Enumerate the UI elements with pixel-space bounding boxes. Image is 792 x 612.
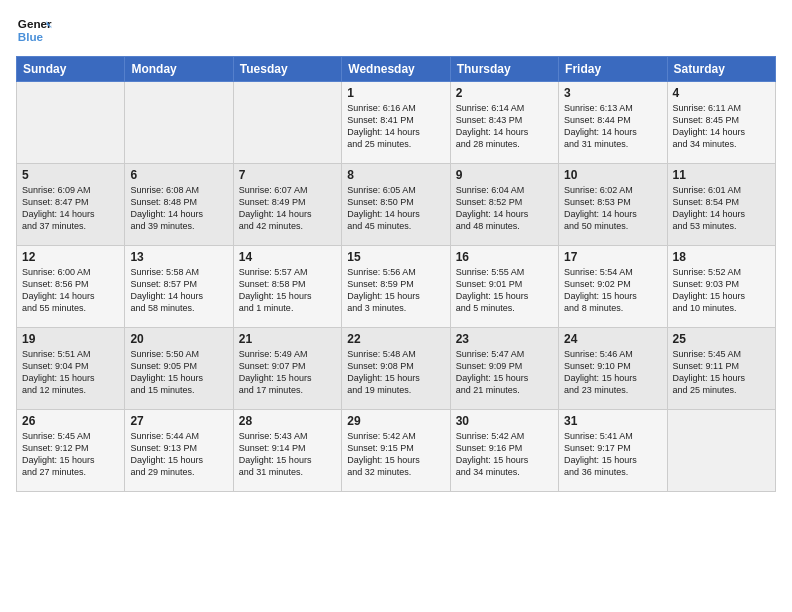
calendar-cell: 2Sunrise: 6:14 AM Sunset: 8:43 PM Daylig… (450, 82, 558, 164)
day-info: Sunrise: 5:49 AM Sunset: 9:07 PM Dayligh… (239, 348, 336, 397)
calendar-cell: 22Sunrise: 5:48 AM Sunset: 9:08 PM Dayli… (342, 328, 450, 410)
calendar-cell: 4Sunrise: 6:11 AM Sunset: 8:45 PM Daylig… (667, 82, 775, 164)
calendar-cell: 1Sunrise: 6:16 AM Sunset: 8:41 PM Daylig… (342, 82, 450, 164)
logo-icon: General Blue (16, 12, 52, 48)
day-info: Sunrise: 6:14 AM Sunset: 8:43 PM Dayligh… (456, 102, 553, 151)
day-number: 31 (564, 414, 661, 428)
day-number: 9 (456, 168, 553, 182)
day-number: 17 (564, 250, 661, 264)
logo: General Blue (16, 12, 52, 48)
day-number: 29 (347, 414, 444, 428)
week-row-3: 12Sunrise: 6:00 AM Sunset: 8:56 PM Dayli… (17, 246, 776, 328)
day-info: Sunrise: 5:56 AM Sunset: 8:59 PM Dayligh… (347, 266, 444, 315)
weekday-header-sunday: Sunday (17, 57, 125, 82)
calendar-cell: 6Sunrise: 6:08 AM Sunset: 8:48 PM Daylig… (125, 164, 233, 246)
calendar-cell: 12Sunrise: 6:00 AM Sunset: 8:56 PM Dayli… (17, 246, 125, 328)
day-info: Sunrise: 6:09 AM Sunset: 8:47 PM Dayligh… (22, 184, 119, 233)
day-number: 21 (239, 332, 336, 346)
day-info: Sunrise: 5:47 AM Sunset: 9:09 PM Dayligh… (456, 348, 553, 397)
day-info: Sunrise: 5:55 AM Sunset: 9:01 PM Dayligh… (456, 266, 553, 315)
day-number: 1 (347, 86, 444, 100)
day-number: 18 (673, 250, 770, 264)
calendar-cell: 17Sunrise: 5:54 AM Sunset: 9:02 PM Dayli… (559, 246, 667, 328)
calendar-cell: 19Sunrise: 5:51 AM Sunset: 9:04 PM Dayli… (17, 328, 125, 410)
day-info: Sunrise: 5:52 AM Sunset: 9:03 PM Dayligh… (673, 266, 770, 315)
calendar-cell: 31Sunrise: 5:41 AM Sunset: 9:17 PM Dayli… (559, 410, 667, 492)
day-number: 22 (347, 332, 444, 346)
day-info: Sunrise: 5:45 AM Sunset: 9:12 PM Dayligh… (22, 430, 119, 479)
calendar-table: SundayMondayTuesdayWednesdayThursdayFrid… (16, 56, 776, 492)
day-number: 15 (347, 250, 444, 264)
calendar-cell (667, 410, 775, 492)
day-number: 14 (239, 250, 336, 264)
day-number: 8 (347, 168, 444, 182)
calendar-cell: 23Sunrise: 5:47 AM Sunset: 9:09 PM Dayli… (450, 328, 558, 410)
day-info: Sunrise: 5:51 AM Sunset: 9:04 PM Dayligh… (22, 348, 119, 397)
calendar-cell: 29Sunrise: 5:42 AM Sunset: 9:15 PM Dayli… (342, 410, 450, 492)
calendar-cell: 16Sunrise: 5:55 AM Sunset: 9:01 PM Dayli… (450, 246, 558, 328)
day-number: 24 (564, 332, 661, 346)
day-info: Sunrise: 6:02 AM Sunset: 8:53 PM Dayligh… (564, 184, 661, 233)
day-info: Sunrise: 5:43 AM Sunset: 9:14 PM Dayligh… (239, 430, 336, 479)
calendar-cell: 25Sunrise: 5:45 AM Sunset: 9:11 PM Dayli… (667, 328, 775, 410)
week-row-1: 1Sunrise: 6:16 AM Sunset: 8:41 PM Daylig… (17, 82, 776, 164)
calendar-cell: 26Sunrise: 5:45 AM Sunset: 9:12 PM Dayli… (17, 410, 125, 492)
calendar-cell: 11Sunrise: 6:01 AM Sunset: 8:54 PM Dayli… (667, 164, 775, 246)
day-info: Sunrise: 5:44 AM Sunset: 9:13 PM Dayligh… (130, 430, 227, 479)
day-info: Sunrise: 5:58 AM Sunset: 8:57 PM Dayligh… (130, 266, 227, 315)
calendar-cell: 21Sunrise: 5:49 AM Sunset: 9:07 PM Dayli… (233, 328, 341, 410)
day-number: 12 (22, 250, 119, 264)
svg-text:Blue: Blue (18, 30, 44, 43)
day-info: Sunrise: 5:54 AM Sunset: 9:02 PM Dayligh… (564, 266, 661, 315)
day-info: Sunrise: 5:45 AM Sunset: 9:11 PM Dayligh… (673, 348, 770, 397)
calendar-cell (125, 82, 233, 164)
calendar-cell: 24Sunrise: 5:46 AM Sunset: 9:10 PM Dayli… (559, 328, 667, 410)
week-row-2: 5Sunrise: 6:09 AM Sunset: 8:47 PM Daylig… (17, 164, 776, 246)
day-number: 25 (673, 332, 770, 346)
day-number: 5 (22, 168, 119, 182)
day-info: Sunrise: 6:08 AM Sunset: 8:48 PM Dayligh… (130, 184, 227, 233)
calendar-cell: 3Sunrise: 6:13 AM Sunset: 8:44 PM Daylig… (559, 82, 667, 164)
header: General Blue (16, 12, 776, 48)
day-number: 3 (564, 86, 661, 100)
day-info: Sunrise: 6:00 AM Sunset: 8:56 PM Dayligh… (22, 266, 119, 315)
day-info: Sunrise: 5:50 AM Sunset: 9:05 PM Dayligh… (130, 348, 227, 397)
calendar-cell: 13Sunrise: 5:58 AM Sunset: 8:57 PM Dayli… (125, 246, 233, 328)
calendar-cell: 10Sunrise: 6:02 AM Sunset: 8:53 PM Dayli… (559, 164, 667, 246)
week-row-5: 26Sunrise: 5:45 AM Sunset: 9:12 PM Dayli… (17, 410, 776, 492)
calendar-cell: 9Sunrise: 6:04 AM Sunset: 8:52 PM Daylig… (450, 164, 558, 246)
calendar-cell: 14Sunrise: 5:57 AM Sunset: 8:58 PM Dayli… (233, 246, 341, 328)
day-info: Sunrise: 5:48 AM Sunset: 9:08 PM Dayligh… (347, 348, 444, 397)
day-number: 19 (22, 332, 119, 346)
calendar-cell: 28Sunrise: 5:43 AM Sunset: 9:14 PM Dayli… (233, 410, 341, 492)
day-number: 23 (456, 332, 553, 346)
day-number: 30 (456, 414, 553, 428)
day-info: Sunrise: 5:57 AM Sunset: 8:58 PM Dayligh… (239, 266, 336, 315)
day-info: Sunrise: 5:46 AM Sunset: 9:10 PM Dayligh… (564, 348, 661, 397)
weekday-header-tuesday: Tuesday (233, 57, 341, 82)
calendar-cell: 27Sunrise: 5:44 AM Sunset: 9:13 PM Dayli… (125, 410, 233, 492)
weekday-header-row: SundayMondayTuesdayWednesdayThursdayFrid… (17, 57, 776, 82)
calendar-cell: 5Sunrise: 6:09 AM Sunset: 8:47 PM Daylig… (17, 164, 125, 246)
calendar-cell: 15Sunrise: 5:56 AM Sunset: 8:59 PM Dayli… (342, 246, 450, 328)
day-number: 16 (456, 250, 553, 264)
day-number: 27 (130, 414, 227, 428)
day-info: Sunrise: 6:07 AM Sunset: 8:49 PM Dayligh… (239, 184, 336, 233)
day-number: 4 (673, 86, 770, 100)
day-info: Sunrise: 6:04 AM Sunset: 8:52 PM Dayligh… (456, 184, 553, 233)
day-info: Sunrise: 6:11 AM Sunset: 8:45 PM Dayligh… (673, 102, 770, 151)
day-number: 7 (239, 168, 336, 182)
weekday-header-thursday: Thursday (450, 57, 558, 82)
page: General Blue SundayMondayTuesdayWednesda… (0, 0, 792, 504)
day-info: Sunrise: 5:41 AM Sunset: 9:17 PM Dayligh… (564, 430, 661, 479)
day-info: Sunrise: 6:16 AM Sunset: 8:41 PM Dayligh… (347, 102, 444, 151)
calendar-cell (17, 82, 125, 164)
calendar-cell: 8Sunrise: 6:05 AM Sunset: 8:50 PM Daylig… (342, 164, 450, 246)
day-number: 26 (22, 414, 119, 428)
day-info: Sunrise: 6:01 AM Sunset: 8:54 PM Dayligh… (673, 184, 770, 233)
weekday-header-wednesday: Wednesday (342, 57, 450, 82)
day-number: 10 (564, 168, 661, 182)
day-info: Sunrise: 5:42 AM Sunset: 9:15 PM Dayligh… (347, 430, 444, 479)
day-number: 6 (130, 168, 227, 182)
day-number: 13 (130, 250, 227, 264)
